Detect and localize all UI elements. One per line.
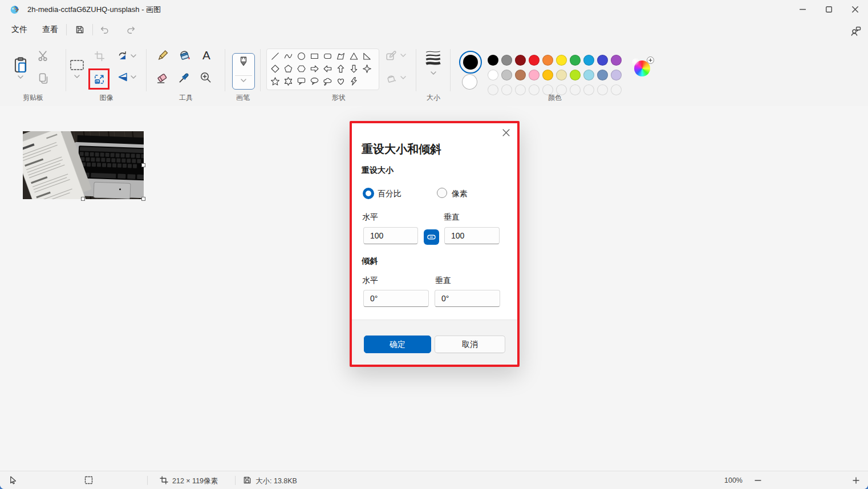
- paste-dropdown-chevron-icon[interactable]: [18, 75, 23, 79]
- pentagon-shape[interactable]: [282, 62, 295, 75]
- arrow-up-shape[interactable]: [334, 62, 347, 75]
- callout-oval-shape[interactable]: [308, 75, 321, 87]
- palette-color-swatch[interactable]: [556, 70, 567, 80]
- fill-tool-button[interactable]: [178, 49, 192, 62]
- resize-vertical-input[interactable]: [444, 227, 500, 244]
- right-triangle-shape[interactable]: [360, 50, 374, 62]
- canvas-resize-handle-bottom[interactable]: [81, 197, 85, 201]
- eraser-tool-button[interactable]: [155, 71, 169, 84]
- undo-button[interactable]: [96, 22, 112, 37]
- palette-color-swatch[interactable]: [501, 55, 512, 66]
- callout-rounded-shape[interactable]: [295, 75, 308, 87]
- text-tool-button[interactable]: A: [200, 49, 213, 62]
- canvas-image[interactable]: [23, 131, 144, 199]
- shape-fill-button[interactable]: [386, 73, 398, 84]
- minimize-button[interactable]: [789, 0, 816, 18]
- palette-color-swatch[interactable]: [542, 55, 553, 66]
- hexagon-shape[interactable]: [295, 62, 308, 75]
- cancel-button[interactable]: 取消: [435, 336, 505, 353]
- lightning-shape[interactable]: [347, 75, 360, 87]
- heart-shape[interactable]: [334, 75, 347, 87]
- skew-vertical-input[interactable]: [435, 290, 500, 307]
- star-4-shape[interactable]: [360, 62, 374, 75]
- palette-color-swatch[interactable]: [570, 55, 581, 66]
- palette-color-swatch[interactable]: [556, 55, 567, 66]
- palette-color-swatch[interactable]: [488, 70, 498, 80]
- save-button[interactable]: [72, 22, 88, 37]
- maximize-button[interactable]: [816, 0, 842, 18]
- curve-shape[interactable]: [282, 50, 295, 62]
- arrow-left-shape[interactable]: [321, 62, 334, 75]
- magnifier-tool-button[interactable]: [200, 71, 212, 84]
- zoom-out-button[interactable]: [754, 476, 762, 484]
- pixels-radio[interactable]: [437, 188, 447, 198]
- shape-outline-chevron-icon[interactable]: [400, 54, 406, 57]
- percent-radio[interactable]: [363, 188, 374, 199]
- feedback-icon[interactable]: [848, 24, 863, 38]
- palette-color-swatch[interactable]: [570, 70, 581, 80]
- arrow-down-shape[interactable]: [347, 62, 360, 75]
- selection-tool-button[interactable]: [70, 60, 84, 70]
- rotate-button[interactable]: [117, 51, 128, 62]
- palette-color-swatch[interactable]: [529, 70, 540, 80]
- size-dropdown-chevron-icon[interactable]: [431, 71, 436, 75]
- crop-button[interactable]: [94, 51, 105, 62]
- callout-cloud-shape[interactable]: [321, 75, 334, 87]
- canvas-area[interactable]: 重设大小和倾斜 重设大小 百分比 像素 水平 垂直 倾斜 水平: [0, 106, 868, 471]
- redo-button[interactable]: [123, 22, 139, 37]
- palette-color-swatch[interactable]: [611, 55, 622, 66]
- palette-color-swatch[interactable]: [597, 70, 608, 80]
- foreground-color-well[interactable]: [459, 51, 482, 74]
- flip-dropdown-chevron-icon[interactable]: [131, 75, 136, 79]
- maintain-aspect-ratio-button[interactable]: [424, 229, 439, 245]
- palette-color-swatch[interactable]: [597, 55, 608, 66]
- resize-button[interactable]: [93, 73, 106, 86]
- zoom-in-button[interactable]: [852, 476, 860, 484]
- menu-file[interactable]: 文件: [5, 22, 34, 37]
- dialog-close-button[interactable]: [499, 126, 513, 139]
- triangle-shape[interactable]: [347, 50, 360, 62]
- palette-color-swatch[interactable]: [515, 70, 526, 80]
- paste-button[interactable]: [13, 56, 29, 74]
- line-shape[interactable]: [269, 50, 282, 62]
- canvas-resize-handle-corner[interactable]: [141, 197, 145, 201]
- brushes-button[interactable]: [232, 53, 255, 90]
- ellipse-shape[interactable]: [295, 50, 308, 62]
- pencil-tool-button[interactable]: [156, 49, 169, 62]
- flip-button[interactable]: [117, 72, 128, 82]
- selection-dropdown-chevron-icon[interactable]: [74, 75, 80, 78]
- canvas-resize-handle-right[interactable]: [141, 163, 145, 167]
- star-5-shape[interactable]: [269, 75, 282, 87]
- star-6-shape[interactable]: [282, 75, 295, 87]
- pixels-radio-label[interactable]: 像素: [452, 189, 468, 199]
- rotate-dropdown-chevron-icon[interactable]: [131, 54, 136, 58]
- skew-horizontal-input[interactable]: [363, 290, 429, 307]
- brushes-dropdown-chevron-icon[interactable]: [241, 79, 246, 82]
- diamond-shape[interactable]: [269, 62, 282, 75]
- shape-outline-button[interactable]: [386, 50, 398, 62]
- palette-color-swatch[interactable]: [583, 70, 594, 80]
- rectangle-shape[interactable]: [308, 50, 321, 62]
- palette-color-swatch[interactable]: [529, 55, 540, 66]
- arrow-right-shape[interactable]: [308, 62, 321, 75]
- shape-fill-chevron-icon[interactable]: [400, 76, 406, 79]
- rounded-rectangle-shape[interactable]: [321, 50, 334, 62]
- palette-color-swatch[interactable]: [515, 55, 526, 66]
- palette-color-swatch[interactable]: [611, 70, 622, 80]
- palette-color-swatch[interactable]: [488, 55, 498, 66]
- size-button[interactable]: [424, 48, 442, 66]
- brushes-group: 画笔: [225, 41, 261, 106]
- menu-view[interactable]: 查看: [35, 22, 65, 37]
- palette-color-swatch[interactable]: [501, 70, 512, 80]
- palette-color-swatch[interactable]: [583, 55, 594, 66]
- close-window-button[interactable]: [842, 0, 868, 18]
- cut-button[interactable]: [36, 50, 49, 62]
- resize-horizontal-input[interactable]: [363, 227, 418, 244]
- ok-button[interactable]: 确定: [364, 336, 431, 353]
- copy-button[interactable]: [38, 72, 48, 84]
- percent-radio-label[interactable]: 百分比: [378, 189, 401, 199]
- polygon-shape[interactable]: [334, 50, 347, 62]
- palette-color-swatch[interactable]: [542, 70, 553, 80]
- color-picker-tool-button[interactable]: [178, 71, 191, 84]
- background-color-well[interactable]: [462, 74, 477, 90]
